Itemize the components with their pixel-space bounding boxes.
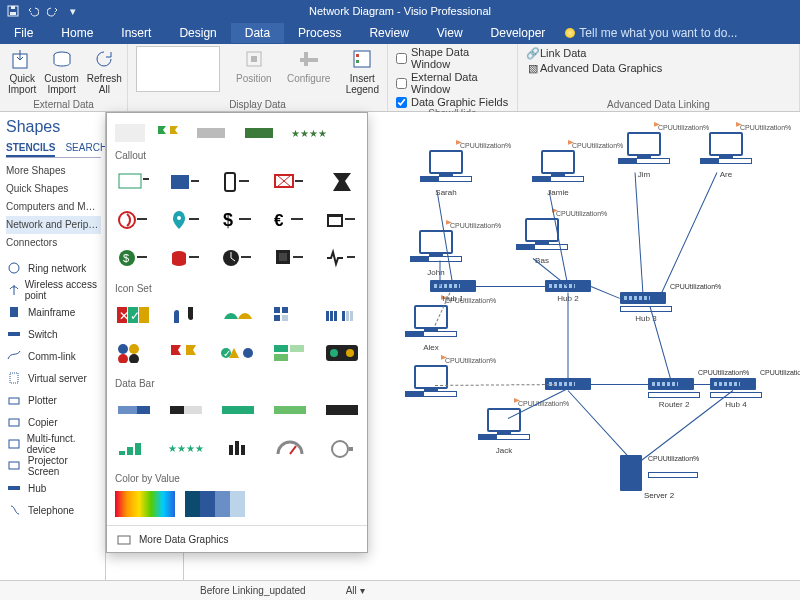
menu-data[interactable]: Data — [231, 23, 284, 43]
pc-node-bas[interactable]: CPUUtilization%Bas — [516, 218, 568, 265]
tell-me[interactable]: Tell me what you want to do... — [565, 26, 737, 40]
advanced-data-graphics-button[interactable]: ▧Advanced Data Graphics — [526, 61, 791, 75]
switch-node-hub3[interactable]: CPUUtilization%Hub 3 — [620, 292, 672, 323]
callout-thumb[interactable] — [167, 168, 205, 196]
bar-thumb[interactable] — [243, 119, 281, 147]
databar-thumb[interactable] — [219, 396, 257, 424]
dropdown-icon[interactable]: ▾ — [66, 4, 80, 18]
stencil-network-peripherals[interactable]: Network and Peripherals — [6, 216, 101, 234]
databar-thumb[interactable] — [219, 434, 257, 462]
external-data-window-checkbox[interactable]: External Data Window — [396, 71, 509, 95]
tab-search[interactable]: SEARCH — [65, 142, 106, 157]
tab-stencils[interactable]: STENCILS — [6, 142, 55, 157]
callout-thumb[interactable]: € — [271, 206, 309, 234]
insert-legend-button[interactable]: Insert Legend — [346, 46, 379, 95]
iconset-thumb[interactable] — [219, 301, 257, 329]
undo-icon[interactable] — [26, 4, 40, 18]
iconset-thumb[interactable]: ✕✓ — [115, 301, 153, 329]
custom-import-button[interactable]: Custom Import — [44, 46, 78, 95]
color-thumb[interactable] — [185, 491, 245, 517]
databar-thumb[interactable] — [167, 396, 205, 424]
menu-file[interactable]: File — [0, 23, 47, 43]
callout-thumb[interactable] — [323, 244, 361, 272]
color-thumb[interactable] — [115, 491, 175, 517]
iconset-thumb[interactable] — [323, 339, 361, 367]
pc-node-john[interactable]: CPUUtilization%John — [410, 230, 462, 277]
stencil-quick-shapes[interactable]: Quick Shapes — [6, 180, 101, 198]
iconset-thumb[interactable] — [271, 301, 309, 329]
save-icon[interactable] — [6, 4, 20, 18]
no-graphic-thumb[interactable] — [115, 124, 145, 142]
pc-node-are[interactable]: CPUUtilization%Are — [700, 132, 752, 179]
menu-design[interactable]: Design — [165, 23, 230, 43]
stencil-more-shapes[interactable]: More Shapes — [6, 162, 101, 180]
iconset-thumb[interactable] — [271, 339, 309, 367]
databar-thumb[interactable] — [271, 396, 309, 424]
databar-thumb[interactable] — [323, 396, 361, 424]
menu-process[interactable]: Process — [284, 23, 355, 43]
refresh-all-button[interactable]: Refresh All — [87, 46, 122, 95]
callout-thumb[interactable] — [323, 206, 361, 234]
pc-node-jamie[interactable]: CPUUtilization%Jamie — [532, 150, 584, 197]
iconset-thumb[interactable] — [167, 301, 205, 329]
bar-thumb[interactable] — [195, 119, 233, 147]
position-button[interactable]: Position — [236, 46, 272, 84]
iconset-thumb[interactable] — [167, 339, 205, 367]
shape-item[interactable]: Copier — [6, 412, 101, 432]
pc-node-jim[interactable]: CPUUtilization%Jim — [618, 132, 670, 179]
pc-node-jack[interactable]: CPUUtilization%Jack — [478, 408, 530, 455]
menu-developer[interactable]: Developer — [477, 23, 560, 43]
shape-item[interactable]: Plotter — [6, 390, 101, 410]
menu-home[interactable]: Home — [47, 23, 107, 43]
databar-thumb[interactable] — [323, 434, 361, 462]
callout-thumb[interactable]: $ — [219, 206, 257, 234]
callout-thumb[interactable] — [167, 244, 205, 272]
flag-set-icon[interactable] — [155, 123, 185, 143]
stars-thumb[interactable]: ★★★★ — [291, 128, 327, 139]
pc-node-alex[interactable]: CPUUtilization%Alex — [405, 305, 457, 352]
switch-node-hub4[interactable]: CPUUtilization%Hub 4 — [710, 378, 762, 409]
databar-thumb[interactable] — [115, 396, 153, 424]
shape-item[interactable]: Telephone — [6, 500, 101, 520]
iconset-thumb[interactable]: ✓ — [219, 339, 257, 367]
callout-thumb[interactable] — [167, 206, 205, 234]
callout-thumb[interactable] — [219, 168, 257, 196]
quick-import-button[interactable]: Quick Import — [8, 46, 36, 95]
databar-thumb[interactable] — [115, 434, 153, 462]
link-data-button[interactable]: 🔗Link Data — [526, 46, 791, 60]
data-graphic-fields-checkbox[interactable]: Data Graphic Fields — [396, 96, 509, 108]
callout-thumb[interactable] — [115, 168, 153, 196]
callout-thumb[interactable] — [219, 244, 257, 272]
filter-label[interactable]: All — [346, 585, 357, 596]
configure-button[interactable]: Configure — [288, 46, 330, 84]
shape-item[interactable]: Wireless access point — [6, 280, 101, 300]
shape-item[interactable]: Switch — [6, 324, 101, 344]
iconset-thumb[interactable] — [323, 301, 361, 329]
pc-node-sarah[interactable]: CPUUtilization%Sarah — [420, 150, 472, 197]
menu-review[interactable]: Review — [355, 23, 422, 43]
server-node-server2[interactable]: Server 2CPUUtilization% — [620, 455, 698, 478]
callout-thumb[interactable] — [271, 168, 309, 196]
shape-item[interactable]: Ring network — [6, 258, 101, 278]
iconset-thumb[interactable] — [115, 339, 153, 367]
menu-view[interactable]: View — [423, 23, 477, 43]
switch-node-router2[interactable]: CPUUtilization%Router 2 — [648, 378, 700, 409]
callout-thumb[interactable]: $ — [115, 244, 153, 272]
stencil-computers[interactable]: Computers and Monitors — [6, 198, 101, 216]
shape-item[interactable]: Multi-funct. device — [6, 434, 101, 454]
more-data-graphics[interactable]: More Data Graphics — [107, 525, 367, 552]
shape-item[interactable]: Virtual server — [6, 368, 101, 388]
shape-item[interactable]: Hub — [6, 478, 101, 498]
shape-data-window-checkbox[interactable]: Shape Data Window — [396, 46, 509, 70]
databar-thumb[interactable]: ★★★★ — [167, 434, 205, 462]
menu-insert[interactable]: Insert — [107, 23, 165, 43]
callout-thumb[interactable] — [323, 168, 361, 196]
data-graphics-dropdown[interactable]: ★★★★ Callout $ € $ Icon Set ✕✓ ✓ Data Ba… — [106, 112, 368, 553]
stencil-connectors[interactable]: Connectors — [6, 234, 101, 252]
databar-thumb[interactable] — [271, 434, 309, 462]
sheet-tab[interactable]: Before Linking_updated — [200, 585, 306, 596]
callout-thumb[interactable] — [271, 244, 309, 272]
callout-thumb[interactable] — [115, 206, 153, 234]
shape-item[interactable]: Comm-link — [6, 346, 101, 366]
shape-item[interactable]: Mainframe — [6, 302, 101, 322]
